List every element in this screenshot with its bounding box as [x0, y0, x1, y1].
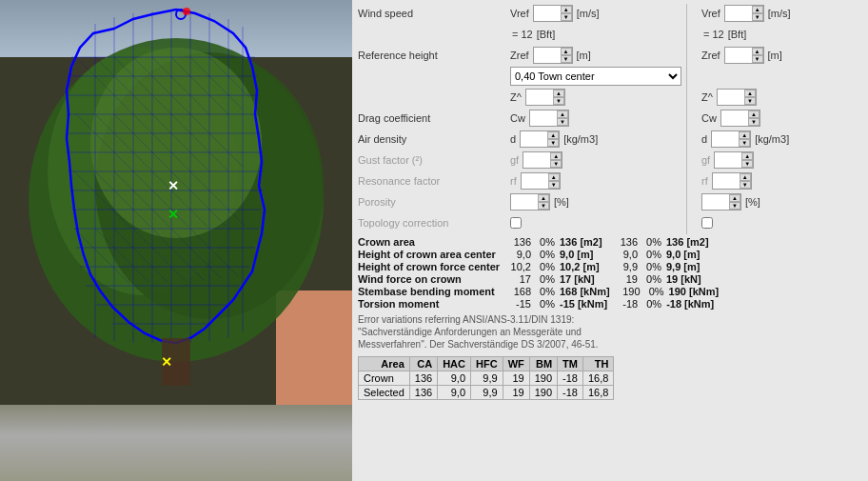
porosity-down-col2[interactable]: ▼ [729, 202, 740, 210]
vref-up-col2[interactable]: ▲ [752, 6, 763, 13]
density-group-col2: d 1,2 ▲ ▼ [kg/m3] [701, 130, 789, 148]
zref-input-col2[interactable]: 20 ▲ ▼ [724, 47, 764, 64]
porosity-input-col2[interactable]: 0 ▲ ▼ [701, 193, 741, 210]
porosity-input[interactable]: 0 ▲ ▼ [510, 193, 550, 210]
vref-label-col2: Vref [701, 8, 720, 19]
zref-up-col1[interactable]: ▲ [561, 48, 572, 55]
vref-value-col2[interactable]: 36 [725, 6, 752, 21]
rf-down[interactable]: ▼ [548, 181, 560, 189]
marker-x3: ✕ [161, 354, 172, 370]
gf-value-col2[interactable]: 1 [715, 152, 741, 168]
zref-input-col1[interactable]: 20 ▲ ▼ [533, 47, 573, 64]
table-col-header: BM [529, 357, 557, 371]
cw-up-col2[interactable]: ▲ [748, 110, 760, 118]
gf-value[interactable]: 1 [523, 152, 550, 168]
zref-group-col2: Zref 20 ▲ ▼ [m] [701, 47, 782, 64]
za-up-col2[interactable]: ▲ [744, 90, 756, 97]
vref-down-col1[interactable]: ▼ [561, 13, 572, 21]
za-value[interactable]: 0,4 [526, 90, 553, 105]
torsion-row: Torsion moment -15 0% -15 [kNm] -18 0% -… [358, 298, 862, 310]
rf-input-col2[interactable]: 1 ▲ ▼ [712, 172, 752, 190]
cw-value-col2[interactable]: 0,3 [721, 110, 748, 126]
hcc-c1-pct: 0% [534, 249, 555, 260]
cw-down-col2[interactable]: ▼ [748, 118, 760, 126]
density-input-col2[interactable]: 1,2 ▲ ▼ [711, 130, 751, 148]
za-up[interactable]: ▲ [553, 90, 564, 97]
vref-value-col1[interactable]: 36 [534, 6, 561, 21]
hcf-c1-bold: 10,2 [m] [560, 261, 607, 272]
density-down[interactable]: ▼ [547, 139, 559, 147]
vref-input-col2[interactable]: 36 ▲ ▼ [724, 5, 764, 22]
za-group: Z^ 0,4 ▲ ▼ [510, 89, 565, 106]
gust-factor-label: Gust factor (²) [358, 154, 510, 166]
vref-input-col1[interactable]: 36 ▲ ▼ [533, 5, 573, 22]
gf-input-col2[interactable]: 1 ▲ ▼ [714, 151, 754, 169]
vref-down-col2[interactable]: ▼ [752, 13, 763, 21]
height-crown-center-row: Height of crown area center 9,0 0% 9,0 [… [358, 249, 862, 260]
rf-value-col2[interactable]: 1 [713, 173, 740, 189]
gust-factor-row: Gust factor (²) gf 1 ▲ ▼ [358, 150, 681, 170]
cw-up[interactable]: ▲ [557, 110, 568, 118]
porosity-down[interactable]: ▼ [538, 202, 549, 210]
zref-value-col2[interactable]: 20 [725, 48, 752, 63]
density-value[interactable]: 1,2 [521, 131, 547, 147]
cw-down[interactable]: ▼ [557, 118, 568, 126]
cw-value[interactable]: 0,3 [530, 110, 557, 126]
vref-unit-col2: [m/s] [768, 8, 791, 19]
stembase-label: Stembase bending moment [358, 286, 510, 297]
density-up[interactable]: ▲ [547, 131, 559, 139]
rf-input[interactable]: 1 ▲ ▼ [521, 172, 561, 190]
za-input[interactable]: 0,4 ▲ ▼ [525, 89, 565, 106]
topology-checkbox-col2[interactable] [701, 217, 713, 229]
rf-up[interactable]: ▲ [548, 173, 560, 181]
vref-label-col1: Vref [510, 8, 529, 19]
hcf-c1-val: 10,2 [510, 261, 531, 272]
rf-value[interactable]: 1 [522, 173, 548, 189]
cw-input-col2[interactable]: 0,3 ▲ ▼ [720, 110, 760, 127]
gf-up[interactable]: ▲ [550, 152, 562, 160]
gf-input[interactable]: 1 ▲ ▼ [523, 151, 562, 169]
porosity-up[interactable]: ▲ [538, 194, 549, 202]
zref-up-col2[interactable]: ▲ [752, 48, 763, 55]
crown-area-c2-pct: 0% [641, 236, 661, 248]
bft-unit-col1: [Bft] [537, 29, 556, 40]
error-line1: Error variations referring ANSI/ANS-3.11… [358, 314, 574, 325]
zref-down-col2[interactable]: ▼ [752, 55, 763, 63]
topology-checkbox[interactable] [510, 217, 522, 229]
za-down[interactable]: ▼ [553, 97, 564, 105]
density-down-col2[interactable]: ▼ [739, 139, 750, 147]
terrain-dropdown[interactable]: 0,40 Town center [510, 67, 681, 86]
gf-up-col2[interactable]: ▲ [741, 152, 753, 160]
rf-down-col2[interactable]: ▼ [740, 181, 751, 189]
porosity-value-col2[interactable]: 0 [702, 194, 729, 210]
zref-down-col1[interactable]: ▼ [561, 55, 572, 63]
density-up-col2[interactable]: ▲ [739, 131, 750, 139]
zref-value-col1[interactable]: 20 [534, 48, 561, 63]
gf-down-col2[interactable]: ▼ [741, 160, 753, 168]
height-crown-force-row: Height of crown force center 10,2 0% 10,… [358, 261, 862, 272]
hcf-c2-val: 9,9 [617, 261, 638, 272]
wf-c1-pct: 0% [534, 273, 555, 285]
za-label-col2: Z^ [701, 91, 713, 103]
density-input[interactable]: 1,2 ▲ ▼ [520, 130, 560, 148]
porosity-up-col2[interactable]: ▲ [729, 194, 740, 202]
rf-up-col2[interactable]: ▲ [740, 173, 751, 181]
cw-spinners: ▲ ▼ [557, 110, 568, 126]
torsion-label: Torsion moment [358, 298, 510, 310]
za-value-col2[interactable]: 0,3 [718, 90, 744, 105]
topology-row: Topology correction [358, 213, 681, 232]
vref-up-col1[interactable]: ▲ [561, 6, 572, 13]
za-down-col2[interactable]: ▼ [744, 97, 756, 105]
zref-unit-col2: [m] [768, 50, 782, 61]
tm-c1-val: -15 [510, 298, 531, 310]
za-spinners-col2: ▲ ▼ [744, 90, 756, 105]
porosity-value[interactable]: 0 [511, 194, 538, 210]
error-line3: Messverfahren". Der Sachverständige DS 3… [358, 339, 599, 350]
density-value-col2[interactable]: 1,2 [712, 131, 739, 147]
gf-down[interactable]: ▼ [550, 160, 562, 168]
drag-coeff-row: Drag coefficient Cw 0,3 ▲ ▼ [358, 109, 681, 128]
za-input-col2[interactable]: 0,3 ▲ ▼ [717, 89, 757, 106]
zref-spinners-col2: ▲ ▼ [752, 48, 763, 63]
density-spinners: ▲ ▼ [547, 131, 559, 147]
cw-input[interactable]: 0,3 ▲ ▼ [529, 110, 569, 127]
